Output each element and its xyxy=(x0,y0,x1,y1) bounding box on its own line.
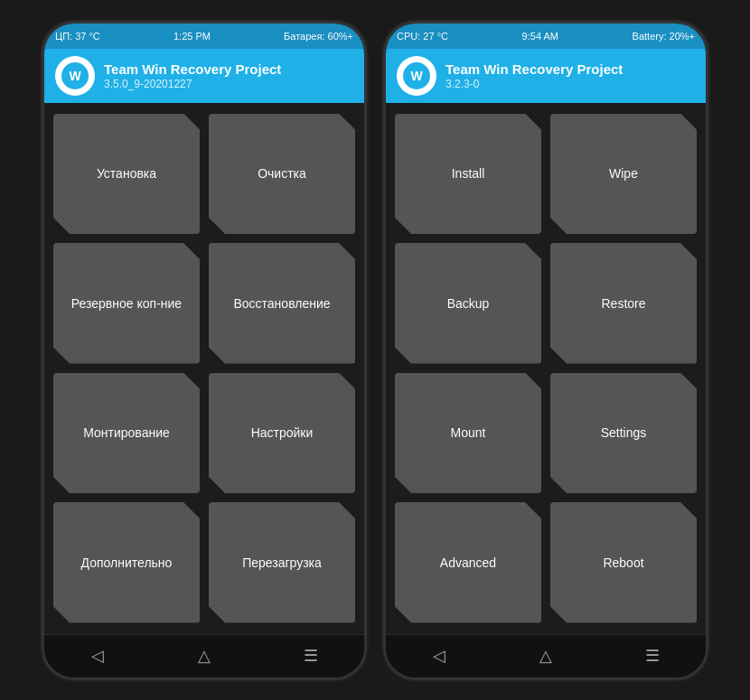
restore-button-2[interactable]: Restore xyxy=(550,243,697,364)
time-2: 9:54 AM xyxy=(522,31,558,42)
header-1: W Team Win Recovery Project 3.5.0_9-2020… xyxy=(44,49,364,103)
wipe-button-1[interactable]: Очистка xyxy=(209,114,355,235)
svg-text:W: W xyxy=(410,69,423,83)
advanced-button-1[interactable]: Дополнительно xyxy=(53,502,200,623)
header-subtitle-2: 3.2.3-0 xyxy=(445,78,623,90)
phone-2: CPU: 27 °C 9:54 AM Battery: 20%+ W Team … xyxy=(383,21,708,680)
phone-1: ЦП: 37 °C 1:25 PM Батарея: 60%+ W Team W… xyxy=(42,21,367,680)
header-title-2: Team Win Recovery Project xyxy=(445,61,623,78)
main-grid-2: Install Wipe Backup Restore Mount Settin… xyxy=(386,103,706,634)
reboot-button-2[interactable]: Reboot xyxy=(550,502,697,623)
home-nav-1[interactable]: △ xyxy=(186,638,222,674)
svg-text:W: W xyxy=(69,69,81,83)
backup-button-2[interactable]: Backup xyxy=(395,243,541,364)
back-nav-2[interactable]: ◁ xyxy=(421,638,457,674)
nav-bar-2: ◁ △ ☰ xyxy=(386,634,706,677)
status-bar-1: ЦП: 37 °C 1:25 PM Батарея: 60%+ xyxy=(44,23,364,49)
backup-button-1[interactable]: Резервное коп-ние xyxy=(53,243,200,364)
install-button-1[interactable]: Установка xyxy=(53,114,200,235)
back-nav-1[interactable]: ◁ xyxy=(80,638,116,674)
nav-bar-1: ◁ △ ☰ xyxy=(44,634,364,677)
main-grid-1: Установка Очистка Резервное коп-ние Восс… xyxy=(44,103,364,634)
battery-2: Battery: 20%+ xyxy=(633,31,695,42)
header-subtitle-1: 3.5.0_9-20201227 xyxy=(104,78,281,90)
logo-2: W xyxy=(397,56,436,96)
install-button-2[interactable]: Install xyxy=(395,114,541,235)
time-1: 1:25 PM xyxy=(173,31,211,42)
header-text-1: Team Win Recovery Project 3.5.0_9-202012… xyxy=(104,61,281,90)
header-text-2: Team Win Recovery Project 3.2.3-0 xyxy=(445,61,623,90)
menu-nav-1[interactable]: ☰ xyxy=(293,638,329,674)
restore-button-1[interactable]: Восстановление xyxy=(209,243,355,364)
settings-button-2[interactable]: Settings xyxy=(550,373,697,494)
header-2: W Team Win Recovery Project 3.2.3-0 xyxy=(386,49,706,103)
home-nav-2[interactable]: △ xyxy=(528,638,564,674)
status-bar-2: CPU: 27 °C 9:54 AM Battery: 20%+ xyxy=(386,23,706,49)
cpu-temp-1: ЦП: 37 °C xyxy=(55,31,100,42)
cpu-temp-2: CPU: 27 °C xyxy=(397,31,448,42)
wipe-button-2[interactable]: Wipe xyxy=(550,114,697,235)
logo-1: W xyxy=(55,56,95,96)
advanced-button-2[interactable]: Advanced xyxy=(395,502,541,623)
battery-1: Батарея: 60%+ xyxy=(284,31,353,42)
reboot-button-1[interactable]: Перезагрузка xyxy=(209,502,355,623)
twrp-logo-icon: W xyxy=(61,61,89,90)
mount-button-2[interactable]: Mount xyxy=(395,373,541,494)
twrp-logo-icon-2: W xyxy=(402,61,431,90)
mount-button-1[interactable]: Монтирование xyxy=(53,373,200,494)
menu-nav-2[interactable]: ☰ xyxy=(634,638,670,674)
header-title-1: Team Win Recovery Project xyxy=(104,61,281,78)
settings-button-1[interactable]: Настройки xyxy=(209,373,355,494)
